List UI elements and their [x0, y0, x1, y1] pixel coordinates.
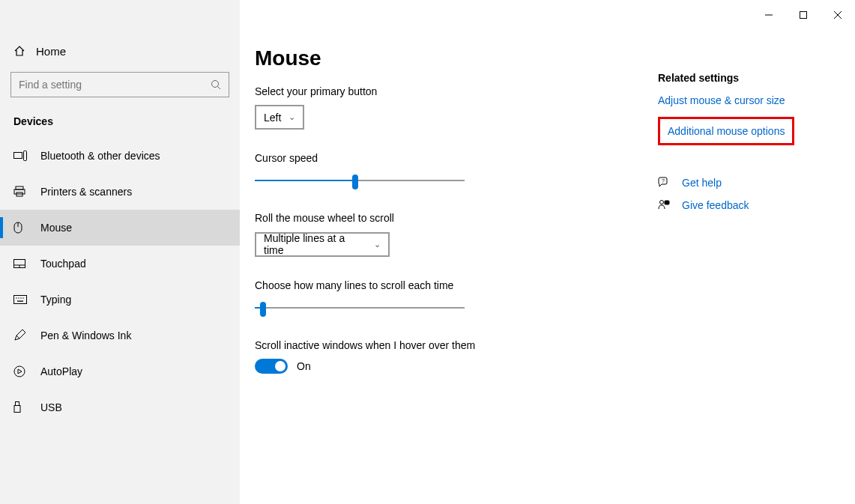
scroll-mode-label: Roll the mouse wheel to scroll	[255, 212, 622, 224]
sidebar-item-label: Printers & scanners	[40, 186, 132, 198]
link-get-help[interactable]: Get help	[682, 177, 722, 189]
get-help-row: ? Get help	[658, 177, 794, 189]
maximize-button[interactable]	[786, 3, 821, 27]
inactive-windows-label: Scroll inactive windows when I hover ove…	[255, 339, 622, 351]
nav-list: Bluetooth & other devices Printers & sca…	[0, 138, 240, 425]
sidebar-item-label: Touchpad	[40, 258, 86, 270]
printer-icon	[13, 186, 27, 198]
sidebar-item-label: USB	[40, 401, 62, 413]
page-title: Mouse	[255, 46, 622, 70]
sidebar-item-label: Pen & Windows Ink	[40, 330, 131, 341]
window-controls	[752, 3, 855, 27]
svg-point-22	[14, 366, 25, 377]
svg-rect-6	[14, 153, 22, 159]
svg-rect-21	[17, 301, 23, 302]
close-button[interactable]	[821, 3, 855, 27]
svg-point-20	[22, 297, 23, 298]
sidebar-item-touchpad[interactable]: Touchpad	[0, 246, 240, 282]
rail-heading: Related settings	[658, 72, 794, 84]
minimize-button[interactable]	[752, 3, 786, 27]
keyboard-icon	[13, 295, 27, 304]
slider-thumb[interactable]	[260, 302, 266, 317]
settings-content: Mouse Select your primary button Left ⌄ …	[255, 36, 637, 504]
main-content: Mouse Select your primary button Left ⌄ …	[255, 36, 855, 504]
cursor-speed-label: Cursor speed	[255, 152, 622, 164]
sidebar-item-label: AutoPlay	[40, 365, 82, 377]
cursor-speed-slider[interactable]	[255, 171, 465, 189]
inactive-windows-state: On	[297, 360, 311, 372]
devices-icon	[13, 151, 27, 161]
scroll-mode-setting: Roll the mouse wheel to scroll Multiple …	[255, 212, 622, 257]
scroll-mode-dropdown[interactable]: Multiple lines at a time ⌄	[255, 232, 390, 257]
autoplay-icon	[13, 365, 27, 377]
lines-label: Choose how many lines to scroll each tim…	[255, 279, 622, 291]
inactive-windows-setting: Scroll inactive windows when I hover ove…	[255, 339, 622, 374]
maximize-icon	[800, 11, 807, 19]
home-icon	[13, 45, 25, 57]
link-additional-mouse-options[interactable]: Additional mouse options	[658, 117, 794, 145]
sidebar-item-label: Mouse	[40, 222, 72, 234]
usb-icon	[13, 401, 27, 413]
pen-icon	[13, 330, 27, 341]
svg-rect-9	[14, 189, 25, 194]
scroll-mode-value: Multiple lines at a time	[264, 232, 366, 256]
sidebar: Home Devices Bluetooth & other devices P…	[0, 0, 240, 504]
primary-button-value: Left	[264, 112, 281, 124]
close-icon	[834, 11, 842, 19]
svg-rect-27	[665, 201, 669, 204]
slider-track	[255, 307, 465, 309]
link-adjust-mouse-cursor-size[interactable]: Adjust mouse & cursor size	[658, 94, 794, 106]
chevron-down-icon: ⌄	[288, 112, 295, 122]
svg-rect-23	[16, 402, 19, 406]
home-button[interactable]: Home	[0, 36, 240, 66]
lines-setting: Choose how many lines to scroll each tim…	[255, 279, 622, 317]
svg-rect-8	[16, 186, 23, 189]
related-settings-rail: Related settings Adjust mouse & cursor s…	[658, 36, 794, 504]
cursor-speed-setting: Cursor speed	[255, 152, 622, 189]
chevron-down-icon: ⌄	[374, 240, 381, 249]
svg-point-19	[20, 297, 21, 298]
sidebar-item-label: Bluetooth & other devices	[40, 150, 160, 162]
search-input[interactable]	[19, 79, 211, 91]
search-box[interactable]	[10, 72, 229, 97]
feedback-icon	[658, 199, 671, 211]
sidebar-item-pen[interactable]: Pen & Windows Ink	[0, 318, 240, 353]
svg-point-26	[660, 201, 664, 204]
svg-point-18	[18, 297, 19, 298]
inactive-windows-toggle[interactable]	[255, 359, 288, 374]
svg-line-5	[218, 87, 221, 90]
svg-point-4	[212, 81, 219, 88]
svg-point-17	[16, 297, 16, 298]
sidebar-item-bluetooth[interactable]: Bluetooth & other devices	[0, 138, 240, 174]
sidebar-item-autoplay[interactable]: AutoPlay	[0, 353, 240, 389]
minimize-icon	[765, 11, 773, 19]
section-header: Devices	[0, 111, 240, 138]
sidebar-item-usb[interactable]: USB	[0, 389, 240, 425]
search-icon	[211, 79, 221, 90]
feedback-row: Give feedback	[658, 199, 794, 211]
svg-text:?: ?	[662, 178, 665, 183]
home-label: Home	[36, 45, 66, 58]
link-give-feedback[interactable]: Give feedback	[682, 199, 749, 211]
svg-rect-7	[24, 151, 27, 161]
primary-button-dropdown[interactable]: Left ⌄	[255, 105, 304, 130]
slider-thumb[interactable]	[352, 174, 358, 189]
lines-slider[interactable]	[255, 299, 465, 317]
sidebar-item-printers[interactable]: Printers & scanners	[0, 174, 240, 210]
sidebar-item-typing[interactable]: Typing	[0, 282, 240, 318]
primary-button-setting: Select your primary button Left ⌄	[255, 85, 622, 130]
svg-rect-16	[14, 296, 27, 304]
sidebar-item-label: Typing	[40, 294, 71, 306]
help-icon: ?	[658, 177, 671, 189]
svg-rect-1	[800, 12, 807, 19]
svg-rect-24	[14, 406, 20, 413]
slider-fill	[255, 180, 355, 181]
sidebar-item-mouse[interactable]: Mouse	[0, 210, 240, 246]
touchpad-icon	[13, 259, 27, 268]
mouse-icon	[13, 222, 27, 234]
primary-button-label: Select your primary button	[255, 85, 622, 97]
